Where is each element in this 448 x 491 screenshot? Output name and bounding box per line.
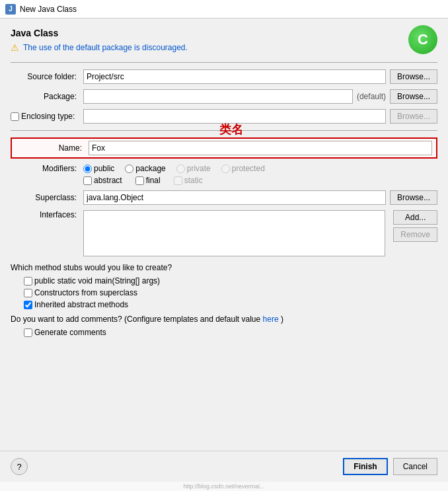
comments-question-text: Do you want to add comments? (Configure … <box>11 315 263 324</box>
stubs-title: Which method stubs would you like to cre… <box>11 263 437 272</box>
stub-inherited-checkbox[interactable] <box>24 301 32 309</box>
stub-main[interactable]: public static void main(String[] args) <box>24 276 437 285</box>
modifier-static-label: static <box>184 176 203 185</box>
modifiers-radio-group: public package private protected <box>83 164 265 173</box>
enclosing-type-checkbox-label[interactable]: Enclosing type: <box>11 112 77 121</box>
name-row: Name: <box>11 137 437 159</box>
modifier-final-checkbox[interactable] <box>135 176 144 185</box>
finish-button[interactable]: Finish <box>343 458 387 475</box>
modifier-abstract-checkbox[interactable] <box>83 176 92 185</box>
stub-inherited[interactable]: Inherited abstract methods <box>24 300 437 309</box>
generate-comments-checkbox[interactable] <box>24 328 32 337</box>
eclipse-logo: C <box>408 25 437 54</box>
comments-here-link[interactable]: here <box>263 315 279 324</box>
class-name-annotation: 类名 <box>219 122 243 137</box>
enclosing-browse-button[interactable]: Browse... <box>390 109 437 124</box>
title-bar: J New Java Class <box>0 0 448 19</box>
interfaces-remove-button[interactable]: Remove <box>393 227 437 242</box>
interfaces-add-button[interactable]: Add... <box>393 210 437 225</box>
generate-comments[interactable]: Generate comments <box>24 328 437 337</box>
warning-message: ⚠ The use of the default package is disc… <box>11 42 437 53</box>
comments-question: Do you want to add comments? (Configure … <box>11 315 437 324</box>
stub-constructors-checkbox[interactable] <box>24 289 32 297</box>
modifier-public-radio[interactable] <box>83 165 92 173</box>
new-java-class-dialog: J New Java Class C Java Class ⚠ The use … <box>0 0 448 491</box>
source-folder-row: Source folder: Browse... <box>11 69 437 84</box>
modifier-final[interactable]: final <box>135 176 161 185</box>
modifier-private-label: private <box>187 164 211 173</box>
interfaces-row: Interfaces: Add... Remove <box>11 210 437 256</box>
package-default-label: (default) <box>357 92 386 101</box>
stubs-section: Which method stubs would you like to cre… <box>11 263 437 309</box>
superclass-browse-button[interactable]: Browse... <box>390 190 437 205</box>
modifier-package[interactable]: package <box>125 164 165 173</box>
modifiers-row: Modifiers: public package private <box>11 164 437 185</box>
dialog-footer: ? Finish Cancel <box>0 451 448 482</box>
modifier-package-label: package <box>135 164 165 173</box>
stub-main-label: public static void main(String[] args) <box>34 276 160 285</box>
dialog-icon: J <box>5 4 16 15</box>
package-browse-button[interactable]: Browse... <box>390 89 437 104</box>
section-title: Java Class <box>11 28 437 38</box>
package-row: Package: (default) Browse... <box>11 89 437 104</box>
interfaces-label: Interfaces: <box>11 210 83 219</box>
modifier-protected[interactable]: protected <box>221 164 265 173</box>
package-label: Package: <box>11 92 83 101</box>
warning-text: The use of the default package is discou… <box>23 43 188 52</box>
stub-constructors[interactable]: Constructors from superclass <box>24 288 437 297</box>
comments-options: Generate comments <box>11 328 437 337</box>
modifier-abstract[interactable]: abstract <box>83 176 122 185</box>
stub-constructors-label: Constructors from superclass <box>34 288 137 297</box>
superclass-input[interactable] <box>83 190 386 205</box>
modifier-final-label: final <box>146 176 161 185</box>
modifiers-label: Modifiers: <box>11 164 83 173</box>
name-input[interactable] <box>89 141 432 155</box>
modifier-abstract-label: abstract <box>94 176 122 185</box>
modifier-public[interactable]: public <box>83 164 114 173</box>
url-overlay: http://blog.csdn.net/nevermai... <box>0 482 448 491</box>
modifier-static-checkbox[interactable] <box>174 176 182 185</box>
title-bar-text: New Java Class <box>20 5 77 14</box>
modifier-public-label: public <box>94 164 114 173</box>
interfaces-buttons: Add... Remove <box>389 210 437 242</box>
source-folder-input[interactable] <box>83 69 386 84</box>
stub-inherited-label: Inherited abstract methods <box>34 300 128 309</box>
superclass-row: Superclass: Browse... <box>11 190 437 205</box>
modifiers-second-row: abstract final static <box>83 176 265 185</box>
source-folder-browse-button[interactable]: Browse... <box>390 69 437 84</box>
warning-icon: ⚠ <box>11 42 19 53</box>
enclosing-type-label-text: Enclosing type: <box>21 112 75 121</box>
modifier-package-radio[interactable] <box>125 165 133 173</box>
source-folder-label: Source folder: <box>11 72 83 81</box>
footer-left: ? <box>11 458 338 475</box>
modifier-protected-label: protected <box>232 164 265 173</box>
modifier-static[interactable]: static <box>174 176 203 185</box>
enclosing-type-label-cell: Enclosing type: <box>11 112 83 121</box>
name-label: Name: <box>16 143 89 153</box>
stub-main-checkbox[interactable] <box>24 277 32 285</box>
modifier-protected-radio[interactable] <box>221 165 230 173</box>
interfaces-textarea[interactable] <box>83 210 385 256</box>
comments-question-end: ) <box>281 315 283 324</box>
help-button[interactable]: ? <box>11 458 28 475</box>
dialog-content: C Java Class ⚠ The use of the default pa… <box>0 19 448 451</box>
package-input[interactable] <box>83 89 353 104</box>
comments-section: Do you want to add comments? (Configure … <box>11 315 437 337</box>
modifier-private-radio[interactable] <box>176 165 185 173</box>
cancel-button[interactable]: Cancel <box>393 458 437 475</box>
divider-top <box>11 62 437 63</box>
superclass-label: Superclass: <box>11 193 83 202</box>
enclosing-type-checkbox[interactable] <box>11 112 19 121</box>
modifier-private[interactable]: private <box>176 164 211 173</box>
name-section: 类名 Name: <box>11 137 437 159</box>
generate-comments-label: Generate comments <box>34 328 106 337</box>
stubs-options: public static void main(String[] args) C… <box>11 276 437 309</box>
